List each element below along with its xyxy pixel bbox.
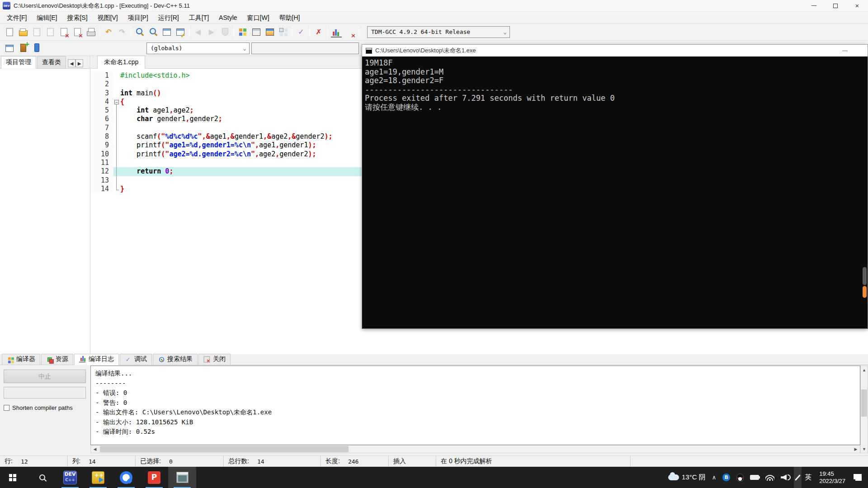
minimize-button[interactable] xyxy=(803,0,825,12)
taskbar-console-app[interactable] xyxy=(168,467,196,488)
line-number[interactable]: 14 xyxy=(91,185,113,193)
menu-文件[interactable]: 文件[F] xyxy=(2,12,32,23)
shorten-paths-checkbox[interactable] xyxy=(4,405,9,411)
abort-button[interactable]: 中止 xyxy=(4,370,86,383)
notification-center-icon[interactable] xyxy=(854,474,862,481)
console-scrollbar[interactable] xyxy=(861,56,867,328)
volume-tray[interactable] xyxy=(778,467,794,488)
remove-from-project-button[interactable] xyxy=(30,41,43,55)
debug-button[interactable]: ✓ xyxy=(294,25,308,39)
close-all-button[interactable]: × xyxy=(71,25,84,39)
menu-AStyle[interactable]: AStyle xyxy=(214,12,242,23)
file-tab[interactable]: 未命名1.cpp xyxy=(97,56,145,69)
console-output[interactable]: 19M18Fage1=19,gender1=Mage2=18.gender2=F… xyxy=(362,56,868,328)
goto-line-button[interactable] xyxy=(174,25,187,39)
undo-button[interactable]: ↶ xyxy=(102,25,115,39)
redo-button[interactable]: ↷ xyxy=(115,25,129,39)
line-number[interactable]: 9 xyxy=(91,141,113,150)
menu-帮助[interactable]: 帮助[H] xyxy=(274,12,305,23)
weather-widget[interactable]: 13°C 阴 xyxy=(665,467,709,488)
qq-tray[interactable] xyxy=(733,467,747,488)
members-dropdown[interactable] xyxy=(251,42,359,54)
tab-close[interactable]: ×关闭 xyxy=(198,354,231,365)
clock[interactable]: 19:45 2022/3/27 xyxy=(815,470,850,485)
menu-搜索[interactable]: 搜索[S] xyxy=(62,12,92,23)
menu-视图[interactable]: 视图[V] xyxy=(93,12,123,23)
battery-tray[interactable] xyxy=(747,467,762,488)
taskbar-cpp-shortcut[interactable] xyxy=(84,467,112,488)
taskbar-devcpp[interactable]: DEVC++ xyxy=(56,467,84,488)
add-to-project-button[interactable]: + xyxy=(16,41,30,55)
taskbar-quark-browser[interactable] xyxy=(112,467,140,488)
tab-search-results[interactable]: 搜索结果 xyxy=(153,354,198,365)
open-file-button[interactable] xyxy=(16,25,30,39)
line-number[interactable]: 10 xyxy=(91,150,113,159)
find-in-files-button[interactable] xyxy=(146,25,160,39)
profile-button[interactable] xyxy=(330,25,343,39)
project-tree[interactable] xyxy=(0,69,90,354)
compile-and-run-button[interactable] xyxy=(263,25,277,39)
close-button[interactable]: × xyxy=(846,0,868,12)
menu-编辑[interactable]: 编辑[E] xyxy=(32,12,62,23)
run-button[interactable] xyxy=(250,25,263,39)
save-all-button[interactable] xyxy=(43,25,57,39)
syntax-check-button[interactable] xyxy=(218,25,232,39)
taskbar-pdf-app[interactable]: P xyxy=(140,467,168,488)
ime-indicator[interactable]: 英 xyxy=(802,467,815,488)
line-number[interactable]: 4 xyxy=(91,98,113,106)
menu-运行[interactable]: 运行[R] xyxy=(153,12,184,23)
compiler-dropdown[interactable]: TDM-GCC 4.9.2 64-bit Release⌄ xyxy=(367,26,510,38)
bluetooth-tray[interactable]: B xyxy=(719,467,733,488)
console-titlebar[interactable]: C:\Users\Lenovo\Desktop\未命名1.exe xyxy=(362,45,868,56)
line-number[interactable]: 12 xyxy=(91,167,113,176)
maximize-button[interactable] xyxy=(825,0,846,12)
line-number[interactable]: 13 xyxy=(91,176,113,185)
line-number[interactable]: 7 xyxy=(91,124,113,132)
tab-scroll-right-icon[interactable]: ▶ xyxy=(75,59,83,67)
scroll-left-icon[interactable]: ◀ xyxy=(91,446,99,453)
window-list-button[interactable] xyxy=(3,42,16,55)
scroll-down-icon[interactable]: ▼ xyxy=(861,445,868,453)
save-button[interactable] xyxy=(30,25,43,39)
rebuild-all-button[interactable] xyxy=(277,25,290,39)
taskbar-search-button[interactable] xyxy=(28,467,56,488)
tab-resources[interactable]: 资源 xyxy=(41,354,73,365)
line-number[interactable]: 11 xyxy=(91,159,113,167)
line-number[interactable]: 1 xyxy=(91,71,113,80)
console-minimize-button[interactable] xyxy=(842,51,848,51)
scroll-right-icon[interactable]: ▶ xyxy=(852,446,860,453)
menu-工具[interactable]: 工具[T] xyxy=(184,12,214,23)
line-number[interactable]: 6 xyxy=(91,115,113,123)
back-button[interactable]: ◀ xyxy=(191,25,205,39)
new-file-button[interactable] xyxy=(3,25,16,39)
delete-profiling-button[interactable]: × xyxy=(343,25,357,39)
line-number[interactable]: 5 xyxy=(91,106,113,115)
scroll-up-icon[interactable]: ▲ xyxy=(861,366,868,374)
close-file-button[interactable]: × xyxy=(57,25,71,39)
start-button[interactable] xyxy=(0,467,28,488)
menu-项目[interactable]: 项目[P] xyxy=(123,12,153,23)
wifi-tray[interactable] xyxy=(762,467,778,488)
line-number[interactable]: 3 xyxy=(91,89,113,98)
tab-compiler[interactable]: 编译器 xyxy=(2,354,40,365)
forward-button[interactable]: ▶ xyxy=(205,25,218,39)
print-button[interactable] xyxy=(84,25,98,39)
tab-compile-log[interactable]: 编译日志 xyxy=(74,354,119,365)
tray-expand-icon[interactable]: ∧ xyxy=(709,467,720,488)
globals-dropdown[interactable]: (globals) ⌄ xyxy=(146,42,250,54)
log-horizontal-scrollbar[interactable]: ◀ ▶ xyxy=(90,445,860,453)
compile-button[interactable] xyxy=(236,25,250,39)
line-number[interactable]: 2 xyxy=(91,80,113,89)
replace-button[interactable] xyxy=(160,25,174,39)
tab-scroll-left-icon[interactable]: ◀ xyxy=(68,59,75,67)
fold-toggle-icon[interactable]: − xyxy=(113,98,120,106)
line-number[interactable]: 8 xyxy=(91,132,113,141)
log-vertical-scrollbar[interactable]: ▲ ▼ xyxy=(860,366,868,453)
menu-窗口[interactable]: 窗口[W] xyxy=(242,12,274,23)
tab-debug[interactable]: ✓调试 xyxy=(120,354,152,365)
tab-project-manager[interactable]: 项目管理 xyxy=(1,56,36,69)
pen-tray[interactable] xyxy=(794,467,802,488)
tab-class-view[interactable]: 查看类 xyxy=(37,56,66,68)
abort-compilation-button[interactable]: ✗ xyxy=(312,25,326,39)
find-button[interactable] xyxy=(133,25,146,39)
